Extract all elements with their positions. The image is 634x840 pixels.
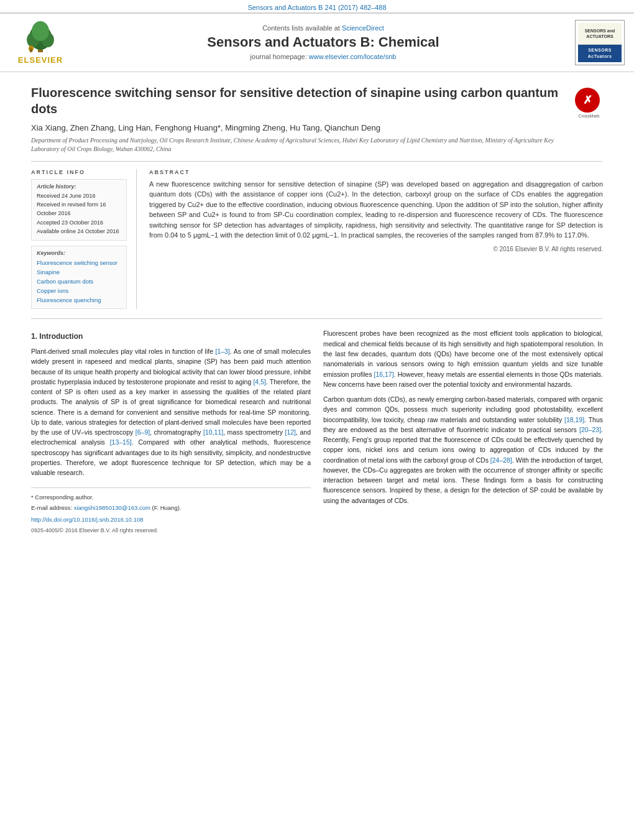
ref-6-9[interactable]: [6–9] bbox=[136, 428, 150, 436]
two-col-body: 1. Introduction Plant-derived small mole… bbox=[31, 328, 603, 535]
sensors-bottom-text: SENSORSAcTuators bbox=[588, 48, 612, 58]
footnote-email-link[interactable]: xiangshi19850130@163.com bbox=[74, 504, 150, 511]
keyword-1: Fluorescence switching sensor bbox=[37, 258, 121, 267]
abstract-text: A new fluorescence switching sensor for … bbox=[149, 179, 603, 241]
ref-13-15[interactable]: [13–15] bbox=[110, 438, 132, 446]
article-info-col: ARTICLE INFO Article history: Received 2… bbox=[31, 169, 137, 310]
crossmark-label: CrossMark bbox=[575, 114, 603, 118]
body-col-left: 1. Introduction Plant-derived small mole… bbox=[31, 328, 311, 535]
keyword-3: Carbon quantum dots bbox=[37, 277, 121, 286]
accepted-date: Accepted 23 October 2016 bbox=[37, 218, 121, 227]
intro-paragraph-2: Fluorescent probes have been recognized … bbox=[323, 328, 603, 389]
elsevier-tree-icon bbox=[16, 20, 65, 54]
intro-paragraph-1: Plant-derived small molecules play vital… bbox=[31, 346, 311, 478]
ref-16-17[interactable]: [16,17] bbox=[374, 371, 394, 378]
sensors-logo-bottom: SENSORSAcTuators bbox=[578, 45, 622, 62]
ref-18-19[interactable]: [18,19] bbox=[564, 416, 584, 423]
crossmark-icon: ✗ bbox=[575, 88, 600, 113]
ref-1-3[interactable]: [1–3] bbox=[215, 348, 229, 355]
doi-link[interactable]: http://dx.doi.org/10.1016/j.snb.2016.10.… bbox=[31, 515, 311, 525]
homepage-url[interactable]: www.elsevier.com/locate/snb bbox=[309, 53, 397, 60]
article-title-section: Fluorescence switching sensor for sensit… bbox=[31, 85, 603, 162]
keyword-4: Copper ions bbox=[37, 286, 121, 295]
contents-text: Contents lists available at bbox=[262, 24, 340, 32]
keyword-2: Sinapine bbox=[37, 267, 121, 277]
homepage-label: journal homepage: bbox=[250, 53, 307, 60]
email-suffix: (F. Huang). bbox=[152, 504, 181, 511]
keywords-label: Keywords: bbox=[37, 250, 121, 256]
issn-line: 0925-4005/© 2016 Elsevier B.V. All right… bbox=[31, 527, 311, 535]
article-authors: Xia Xiang, Zhen Zhang, Ling Han, Fenghon… bbox=[31, 123, 566, 132]
available-date: Available online 24 October 2016 bbox=[37, 227, 121, 236]
email-line: E-mail address: xiangshi19850130@163.com… bbox=[31, 504, 311, 513]
article-main-title: Fluorescence switching sensor for sensit… bbox=[31, 85, 566, 117]
received-date: Received 24 June 2016 bbox=[37, 192, 121, 200]
sciencedirect-link[interactable]: ScienceDirect bbox=[342, 24, 384, 32]
article-body: Fluorescence switching sensor for sensit… bbox=[0, 72, 634, 548]
svg-point-4 bbox=[32, 21, 49, 41]
elsevier-text: ELSEVIER bbox=[18, 55, 63, 65]
crossmark-badge: ✗ CrossMark bbox=[575, 88, 603, 154]
ref-4-5[interactable]: [4,5] bbox=[253, 378, 265, 385]
contents-line: Contents lists available at ScienceDirec… bbox=[78, 24, 569, 32]
revised-date: Received in revised form 16 October 2016 bbox=[37, 200, 121, 218]
ref-20-23[interactable]: [20–23] bbox=[579, 426, 601, 433]
ref-10-11[interactable]: [10,11] bbox=[203, 428, 223, 436]
abstract-heading: ABSTRACT bbox=[149, 169, 603, 175]
keywords-box: Keywords: Fluorescence switching sensor … bbox=[31, 246, 127, 310]
history-box: Article history: Received 24 June 2016 R… bbox=[31, 179, 127, 241]
journal-homepage: journal homepage: www.elsevier.com/locat… bbox=[78, 53, 569, 60]
corresponding-note: * Corresponding author. bbox=[31, 493, 311, 502]
article-title-text-area: Fluorescence switching sensor for sensit… bbox=[31, 85, 566, 154]
intro-paragraph-3: Carbon quantum dots (CDs), as newly emer… bbox=[323, 394, 603, 505]
history-label: Article history: bbox=[37, 183, 121, 190]
journal-ref-bar: Sensors and Actuators B 241 (2017) 482–4… bbox=[0, 0, 634, 12]
ref-24-28[interactable]: [24–28] bbox=[490, 456, 512, 464]
elsevier-logo: ELSEVIER bbox=[9, 20, 71, 65]
journal-ref-text: Sensors and Actuators B 241 (2017) 482–4… bbox=[247, 4, 386, 11]
sensors-logo-top: SENSORS and ACTUATORS bbox=[578, 23, 622, 45]
sensors-top-text: SENSORS and ACTUATORS bbox=[578, 28, 622, 39]
article-info-heading: ARTICLE INFO bbox=[31, 169, 127, 175]
journal-title-center: Contents lists available at ScienceDirec… bbox=[78, 24, 569, 60]
article-info-abstract: ARTICLE INFO Article history: Received 2… bbox=[31, 169, 603, 320]
abstract-col: ABSTRACT A new fluorescence switching se… bbox=[149, 169, 603, 310]
journal-main-title: Sensors and Actuators B: Chemical bbox=[78, 34, 569, 50]
keyword-5: Fluorescence quenching bbox=[37, 295, 121, 305]
email-label: E-mail address: bbox=[31, 504, 72, 511]
svg-rect-6 bbox=[30, 48, 32, 52]
page: Sensors and Actuators B 241 (2017) 482–4… bbox=[0, 0, 634, 548]
authors-text: Xia Xiang, Zhen Zhang, Ling Han, Fenghon… bbox=[31, 123, 380, 132]
journal-header: ELSEVIER Contents lists available at Sci… bbox=[0, 12, 634, 72]
introduction-heading: 1. Introduction bbox=[31, 331, 311, 343]
copyright-line: © 2016 Elsevier B.V. All rights reserved… bbox=[149, 246, 603, 252]
sensors-actuators-logo: SENSORS and ACTUATORS SENSORSAcTuators bbox=[575, 20, 625, 65]
article-affiliation: Department of Product Processing and Nut… bbox=[31, 136, 566, 154]
footnote-section: * Corresponding author. E-mail address: … bbox=[31, 487, 311, 535]
ref-12[interactable]: [12] bbox=[285, 428, 296, 436]
body-col-right: Fluorescent probes have been recognized … bbox=[323, 328, 603, 535]
